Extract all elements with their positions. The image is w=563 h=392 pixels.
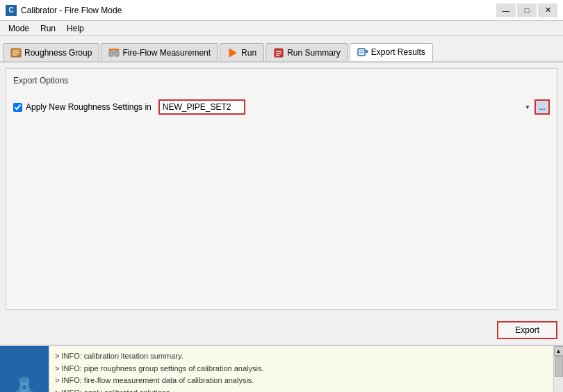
apply-roughness-label: Apply New Roughness Settings in	[13, 102, 152, 112]
scroll-track	[554, 356, 563, 392]
svg-point-22	[23, 386, 26, 389]
minimize-button[interactable]: —	[496, 3, 516, 17]
export-icon	[357, 47, 368, 58]
fireflow-icon	[108, 47, 120, 58]
summary-icon	[273, 47, 284, 58]
svg-marker-7	[229, 49, 236, 57]
close-button[interactable]: ✕	[538, 3, 557, 17]
scroll-up-button[interactable]: ▲	[554, 346, 564, 356]
menu-mode[interactable]: Mode	[3, 22, 35, 35]
bottom-toolbar: Export	[0, 316, 563, 345]
svg-point-21	[22, 375, 26, 378]
export-button[interactable]: Export	[497, 321, 557, 339]
run-icon	[227, 47, 238, 58]
browse-button[interactable]: ...	[535, 99, 550, 115]
menu-run[interactable]: Run	[35, 22, 61, 35]
app-icon: C	[6, 5, 17, 16]
hydrant-icon	[9, 368, 40, 392]
tab-roughness-group[interactable]: Roughness Group	[3, 43, 99, 61]
log-message-2: > INFO: pipe roughness group settings of…	[55, 363, 548, 375]
log-scrollbar: ▲ ▼	[553, 346, 563, 392]
svg-rect-4	[109, 50, 113, 56]
panel-title: Export Options	[13, 76, 550, 85]
export-options-panel: Export Options Apply New Roughness Setti…	[6, 68, 557, 310]
log-message-4: > INFO: apply calibrated solutions.	[55, 387, 548, 392]
log-icon-area	[0, 346, 49, 392]
svg-rect-12	[358, 49, 365, 56]
tab-export-results[interactable]: Export Results	[350, 43, 433, 61]
log-message-1: > INFO: calibration iteration summary.	[55, 350, 548, 363]
maximize-button[interactable]: □	[517, 3, 537, 17]
menu-bar: Mode Run Help	[0, 21, 563, 36]
apply-roughness-checkbox[interactable]	[13, 103, 22, 112]
toolbar: Roughness Group Fire-Flow Measurement Ru…	[0, 36, 563, 63]
tab-run-summary-label: Run Summary	[287, 48, 341, 58]
export-option-row: Apply New Roughness Settings in NEW_PIPE…	[13, 99, 550, 115]
tab-run[interactable]: Run	[220, 43, 264, 61]
log-message-3: > INFO: fire-flow measurement data of ca…	[55, 375, 548, 387]
tab-export-results-label: Export Results	[371, 47, 425, 57]
tab-run-summary[interactable]: Run Summary	[266, 43, 348, 61]
tab-fire-flow-measurement[interactable]: Fire-Flow Measurement	[101, 43, 218, 61]
roughness-icon	[10, 47, 22, 58]
window-title: Calibrator - Fire Flow Mode	[21, 6, 122, 15]
dropdown-wrapper: NEW_PIPE_SET2 PIPE_SET1 PIPE_SET3	[158, 99, 533, 115]
log-messages: > INFO: calibration iteration summary. >…	[49, 346, 553, 392]
scroll-thumb[interactable]	[555, 356, 563, 377]
menu-help[interactable]: Help	[61, 22, 90, 35]
pipe-set-dropdown[interactable]: NEW_PIPE_SET2 PIPE_SET1 PIPE_SET3	[158, 99, 245, 115]
main-content: Export Options Apply New Roughness Setti…	[0, 63, 563, 316]
tab-run-label: Run	[241, 48, 256, 58]
dropdown-container: NEW_PIPE_SET2 PIPE_SET1 PIPE_SET3 ...	[158, 99, 550, 115]
title-bar: C Calibrator - Fire Flow Mode — □ ✕	[0, 0, 563, 21]
tab-roughness-group-label: Roughness Group	[24, 48, 92, 58]
tab-fire-flow-measurement-label: Fire-Flow Measurement	[122, 48, 211, 58]
svg-rect-5	[115, 50, 119, 56]
log-panel: > INFO: calibration iteration summary. >…	[0, 345, 563, 392]
